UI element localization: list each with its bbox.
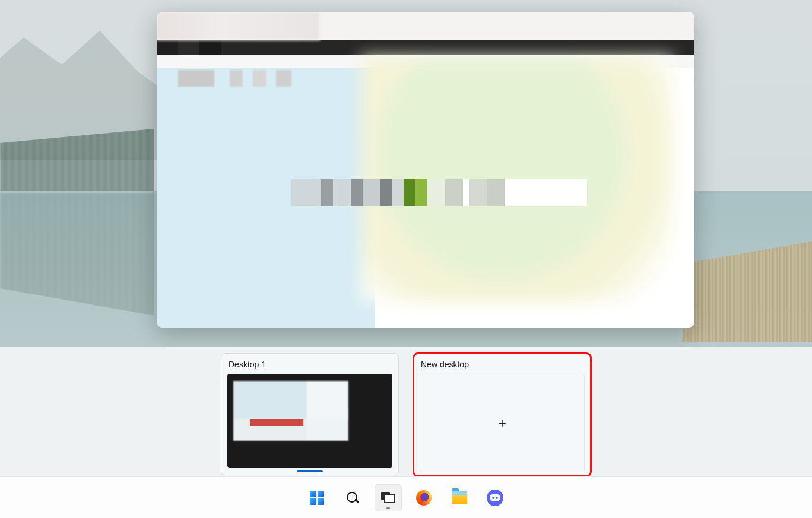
- content-center-bar-pixels: [291, 179, 587, 206]
- virtual-desktops-strip: Desktop 1 New desktop ＋: [0, 347, 812, 476]
- window-address-bar-blurred: [157, 40, 694, 55]
- file-explorer-button[interactable]: [446, 484, 473, 511]
- file-explorer-icon: [452, 491, 467, 504]
- new-desktop-preview[interactable]: ＋: [420, 374, 585, 472]
- new-desktop-label: New desktop: [421, 360, 585, 369]
- virtual-desktop-card-1[interactable]: Desktop 1: [221, 353, 399, 476]
- virtual-desktop-preview[interactable]: [227, 374, 392, 468]
- windows-start-icon: [310, 491, 324, 505]
- plus-icon: ＋: [496, 414, 509, 432]
- firefox-button[interactable]: [410, 484, 437, 511]
- virtual-desktop-active-indicator: [297, 470, 323, 472]
- window-content-blurred: [157, 68, 694, 328]
- discord-button[interactable]: [481, 484, 509, 511]
- search-button[interactable]: [339, 484, 366, 511]
- task-view-icon: [381, 492, 395, 503]
- taskbar: [0, 476, 812, 518]
- task-view-button[interactable]: [375, 484, 402, 511]
- search-icon: [345, 491, 360, 505]
- new-desktop-card[interactable]: New desktop ＋: [413, 353, 591, 476]
- content-toolbar-pixels: [178, 70, 436, 87]
- discord-icon: [487, 490, 503, 506]
- window-titlebar: [157, 12, 694, 40]
- window-thumbnail[interactable]: [157, 12, 694, 328]
- start-button[interactable]: [303, 484, 331, 511]
- virtual-desktop-label: Desktop 1: [229, 360, 392, 369]
- window-titlebar-rest: [320, 12, 694, 40]
- firefox-icon: [416, 490, 432, 506]
- window-tab-blurred: [157, 12, 320, 40]
